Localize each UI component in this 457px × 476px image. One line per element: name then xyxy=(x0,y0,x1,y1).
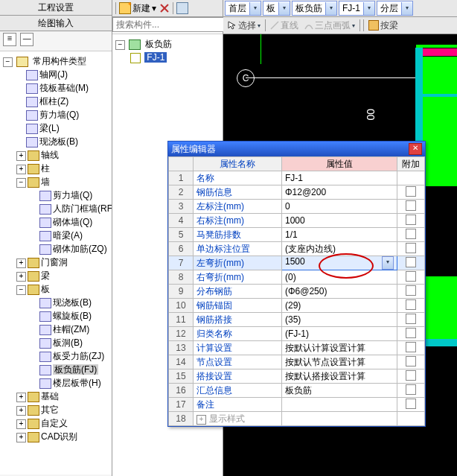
expand-icon[interactable] xyxy=(16,406,26,416)
property-row[interactable]: 2 钢筋信息 Φ12@200 xyxy=(169,185,425,200)
chevron-down-icon[interactable]: ▾ xyxy=(363,2,374,15)
property-value[interactable] xyxy=(282,398,397,412)
close-button[interactable]: ✕ xyxy=(409,143,422,155)
collapse-all-button[interactable]: — xyxy=(20,33,33,46)
tree-item[interactable]: 板负筋(FJ) xyxy=(53,364,98,375)
checkbox[interactable] xyxy=(406,328,416,338)
tree-item[interactable]: 现浇板(B) xyxy=(53,297,92,308)
expand-icon[interactable] xyxy=(3,57,13,67)
context-combo[interactable]: 分层▾ xyxy=(377,1,413,16)
tab-project-settings[interactable]: 工程设置 xyxy=(0,0,112,16)
col-header-extra[interactable]: 附加 xyxy=(397,157,425,171)
property-value[interactable]: (支座内边线) xyxy=(282,242,397,256)
checkbox[interactable] xyxy=(406,356,416,366)
tree-item[interactable]: 筏板基础(M) xyxy=(39,83,89,93)
tree-group[interactable]: 其它 xyxy=(41,404,59,415)
expand-icon[interactable] xyxy=(16,151,26,161)
checkbox[interactable] xyxy=(406,399,416,409)
property-value[interactable]: (35) xyxy=(282,313,397,327)
tree-item[interactable]: 螺旋板(B) xyxy=(53,311,92,321)
tree-item[interactable]: 梁(L) xyxy=(39,123,60,133)
select-tool[interactable]: 选择▾ xyxy=(226,19,262,32)
property-row[interactable]: 15 搭接设置 按默认搭接设置计算 xyxy=(169,369,425,384)
tree-group[interactable]: 自定义 xyxy=(41,418,68,428)
context-combo[interactable]: 板负筋▾ xyxy=(292,1,337,16)
expand-icon[interactable] xyxy=(16,285,26,295)
dialog-titlebar[interactable]: 属性编辑器 ✕ xyxy=(168,142,425,156)
property-value[interactable]: 0 xyxy=(282,200,397,214)
expand-icon[interactable] xyxy=(16,419,26,429)
property-value[interactable]: (0) xyxy=(282,270,397,285)
expand-icon[interactable] xyxy=(16,393,26,402)
property-value[interactable]: (FJ-1) xyxy=(282,327,397,341)
expand-icon[interactable] xyxy=(16,165,26,174)
category-label[interactable]: 板负筋 xyxy=(145,39,172,49)
copy-button[interactable] xyxy=(176,2,188,14)
checkbox[interactable] xyxy=(406,271,416,282)
tree-group[interactable]: 基础 xyxy=(41,391,59,402)
tree-item[interactable]: 轴网(J) xyxy=(39,69,68,80)
property-row[interactable]: 3 左标注(mm) 0 xyxy=(169,200,425,214)
expand-icon[interactable] xyxy=(16,433,26,442)
property-value[interactable]: FJ-1 xyxy=(282,171,397,185)
expand-icon[interactable] xyxy=(16,272,26,282)
arc-tool[interactable]: 三点画弧▾ xyxy=(303,19,357,32)
tree-group[interactable]: 门窗洞 xyxy=(41,257,68,267)
property-row[interactable]: 6 单边标注位置 (支座内边线) xyxy=(169,242,425,256)
expand-all-button[interactable]: ≡ xyxy=(3,33,16,46)
property-value[interactable]: (Φ6@250) xyxy=(282,285,397,299)
tree-item[interactable]: 柱帽(ZM) xyxy=(53,324,89,334)
tree-item[interactable]: 砌体加筋(ZQ) xyxy=(53,244,107,254)
tree-item[interactable]: 砌体墙(Q) xyxy=(53,217,92,227)
chevron-down-icon[interactable]: ▾ xyxy=(278,2,290,15)
property-row[interactable]: 9 分布钢筋 (Φ6@250) xyxy=(169,285,425,299)
property-row[interactable]: 11 钢筋搭接 (35) xyxy=(169,313,425,327)
tree-item[interactable]: 暗梁(A) xyxy=(53,230,83,241)
col-header-value[interactable]: 属性值 xyxy=(282,157,397,171)
property-row[interactable]: 10 钢筋锚固 (29) xyxy=(169,299,425,313)
property-value[interactable]: Φ12@200 xyxy=(282,185,397,200)
tree-item[interactable]: 剪力墙(Q) xyxy=(39,110,79,120)
property-row[interactable]: 12 归类名称 (FJ-1) xyxy=(169,327,425,341)
property-row[interactable]: 16 汇总信息 板负筋 xyxy=(169,384,425,398)
tree-root-label[interactable]: 常用构件类型 xyxy=(33,56,86,66)
tree-group[interactable]: 梁 xyxy=(41,270,50,281)
checkbox[interactable] xyxy=(406,370,416,381)
property-row[interactable]: 5 马凳筋排数 1/1 xyxy=(169,228,425,242)
expand-icon[interactable] xyxy=(16,178,26,188)
chevron-down-icon[interactable]: ▾ xyxy=(382,256,394,270)
checkbox[interactable] xyxy=(406,384,416,395)
property-value[interactable]: (29) xyxy=(282,299,397,313)
property-row[interactable]: 8 右弯折(mm) (0) xyxy=(169,270,425,285)
tree-group[interactable]: 轴线 xyxy=(41,150,59,160)
expand-icon[interactable] xyxy=(16,258,26,268)
new-button[interactable]: 新建 ▾ xyxy=(119,2,156,15)
property-value[interactable]: 按默认计算设置计算 xyxy=(282,341,397,355)
property-row[interactable]: 7 左弯折(mm) 1500▾ xyxy=(169,256,425,270)
tree-group[interactable]: 墙 xyxy=(41,177,50,187)
property-value[interactable]: 1000 xyxy=(282,214,397,228)
tree-item[interactable]: 框柱(Z) xyxy=(39,96,68,107)
search-input[interactable] xyxy=(112,17,231,32)
axis-bubble[interactable]: C xyxy=(237,69,255,87)
component-item-selected[interactable]: FJ-1 xyxy=(144,52,167,63)
col-header-name[interactable]: 属性名称 xyxy=(194,157,282,171)
tree-item[interactable]: 剪力墙(Q) xyxy=(53,190,92,200)
property-value[interactable]: 1/1 xyxy=(282,228,397,242)
property-row[interactable]: 1 名称 FJ-1 xyxy=(169,171,425,185)
context-combo[interactable]: 首层▾ xyxy=(225,1,261,16)
tree-group[interactable]: 板 xyxy=(41,284,50,294)
property-value[interactable]: 按默认搭接设置计算 xyxy=(282,369,397,384)
align-tool[interactable]: 按梁 xyxy=(367,19,400,32)
checkbox[interactable] xyxy=(406,200,416,211)
property-value[interactable]: 按默认节点设置计算 xyxy=(282,355,397,369)
checkbox[interactable] xyxy=(406,215,416,225)
tree-item[interactable]: 现浇板(B) xyxy=(39,136,78,147)
context-combo[interactable]: 板▾ xyxy=(263,1,290,16)
checkbox[interactable] xyxy=(406,186,416,197)
chevron-down-icon[interactable]: ▾ xyxy=(325,2,336,15)
property-value[interactable]: 板负筋 xyxy=(282,384,397,398)
checkbox[interactable] xyxy=(406,342,416,352)
tree-item[interactable]: 板洞(B) xyxy=(53,337,83,348)
property-row[interactable]: 17 备注 xyxy=(169,398,425,412)
